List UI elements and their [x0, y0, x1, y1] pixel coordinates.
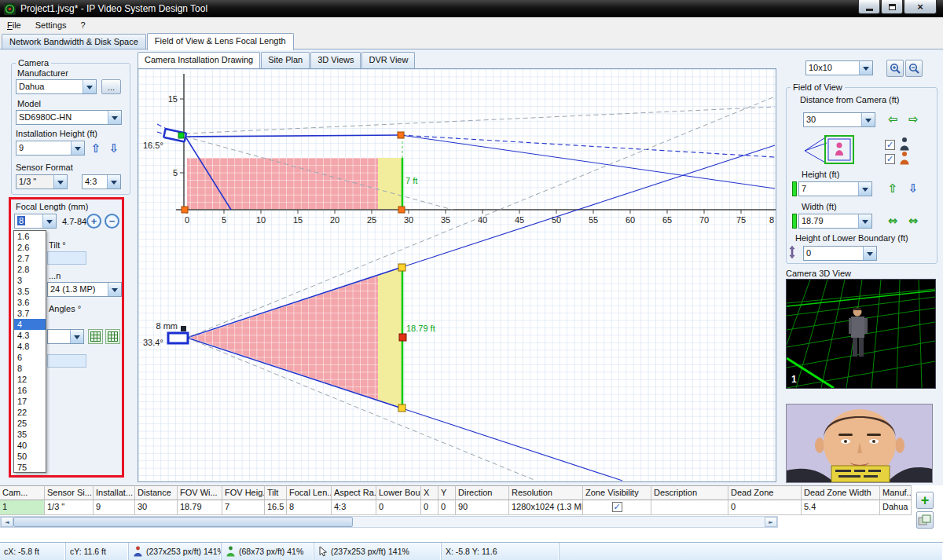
- focal-option-35[interactable]: 35: [14, 429, 46, 440]
- focal-option-4.3[interactable]: 4.3: [14, 330, 46, 341]
- column-header-2[interactable]: Installat...: [94, 485, 135, 500]
- focal-option-3.6[interactable]: 3.6: [14, 297, 46, 308]
- focal-length-combo[interactable]: 8: [14, 214, 57, 229]
- copy-to-grid-icon[interactable]: [88, 329, 103, 344]
- sensor-format-select[interactable]: 1/3 ": [16, 174, 68, 189]
- close-button[interactable]: ×: [904, 0, 937, 14]
- zoom-out-button[interactable]: [905, 60, 923, 77]
- column-header-6[interactable]: Tilt: [265, 485, 287, 500]
- focal-option-25[interactable]: 25: [14, 418, 46, 429]
- plan-center-handle[interactable]: [399, 334, 406, 341]
- chevron-down-icon[interactable]: [858, 214, 871, 228]
- table-h-scrollbar[interactable]: ◄ ►: [0, 516, 778, 528]
- focal-option-12[interactable]: 12: [14, 374, 46, 385]
- minimize-button[interactable]: [858, 0, 880, 14]
- chevron-down-icon[interactable]: [861, 113, 875, 126]
- sub-tab-3[interactable]: DVR View: [361, 52, 415, 68]
- width-widen-arrow-icon[interactable]: ⇔: [905, 213, 921, 229]
- side-fov-handle[interactable]: [398, 132, 404, 138]
- scroll-thumb[interactable]: [13, 517, 353, 527]
- restore-button[interactable]: [881, 0, 903, 14]
- column-header-8[interactable]: Aspect Ra...: [332, 485, 376, 500]
- column-header-13[interactable]: Resolution: [509, 485, 583, 500]
- manufacturer-select[interactable]: Dahua: [16, 79, 97, 94]
- focal-option-1.6[interactable]: 1.6: [14, 231, 46, 242]
- focal-option-16[interactable]: 16: [14, 385, 46, 396]
- plan-top-handle[interactable]: [398, 264, 405, 271]
- chevron-down-icon[interactable]: [107, 175, 120, 188]
- camera-plan-icon[interactable]: [168, 333, 188, 343]
- distance-decrease-arrow-icon[interactable]: ⇦: [885, 112, 901, 127]
- menu-item-?[interactable]: ?: [74, 18, 93, 32]
- add-camera-button[interactable]: +: [916, 492, 934, 509]
- angles-field[interactable]: [47, 354, 86, 368]
- focal-option-3.5[interactable]: 3.5: [14, 286, 46, 297]
- camera-installation-drawing[interactable]: 0510152025303540455055606570758 15105: [138, 68, 776, 482]
- tilt-field[interactable]: [47, 251, 86, 265]
- show-person-1-checkbox[interactable]: ✓: [885, 140, 895, 150]
- chevron-down-icon[interactable]: [53, 175, 67, 188]
- focal-option-22[interactable]: 22: [14, 407, 46, 418]
- column-header-0[interactable]: Cam...: [0, 485, 45, 500]
- focal-option-4[interactable]: 4: [14, 319, 46, 330]
- sub-tab-1[interactable]: Site Plan: [261, 52, 310, 68]
- column-header-3[interactable]: Distance: [135, 485, 178, 500]
- column-header-17[interactable]: Dead Zone Width: [802, 485, 880, 500]
- resolution-select[interactable]: 24 (1.3 MP): [47, 282, 122, 297]
- distance-select[interactable]: 30: [803, 112, 875, 127]
- chevron-down-icon[interactable]: [42, 214, 56, 228]
- chevron-down-icon[interactable]: [858, 182, 871, 196]
- focal-option-8[interactable]: 8: [14, 363, 46, 374]
- column-header-7[interactable]: Focal Len...: [287, 485, 332, 500]
- column-header-18[interactable]: Manuf...: [880, 485, 912, 500]
- aspect-ratio-select[interactable]: 4:3: [82, 174, 121, 189]
- distance-increase-arrow-icon[interactable]: ⇨: [905, 112, 921, 127]
- add-camera-secondary-button[interactable]: [916, 511, 934, 529]
- show-person-2-checkbox[interactable]: ✓: [885, 154, 895, 164]
- fov-height-select[interactable]: 7: [798, 181, 872, 196]
- camera-3d-view[interactable]: 1: [786, 279, 936, 389]
- width-narrow-arrow-icon[interactable]: ⇔: [885, 213, 901, 229]
- title-bar[interactable]: Project1.jvsg* - IP Video System Design …: [0, 0, 943, 17]
- column-header-15[interactable]: Description: [651, 485, 728, 500]
- camera-plan-handle[interactable]: [181, 326, 186, 331]
- height-increase-arrow-icon[interactable]: ⇧: [885, 181, 901, 196]
- column-header-16[interactable]: Dead Zone: [728, 485, 802, 500]
- fov-width-select[interactable]: 18.79: [798, 214, 872, 229]
- main-tab-0[interactable]: Network Bandwidth & Disk Space: [2, 34, 146, 49]
- focal-increase-button[interactable]: +: [86, 214, 101, 229]
- focal-option-75[interactable]: 75: [14, 462, 46, 473]
- column-header-14[interactable]: Zone Visibility: [583, 485, 651, 500]
- focal-option-6[interactable]: 6: [14, 352, 46, 363]
- focal-option-3[interactable]: 3: [14, 275, 46, 286]
- origin-handle[interactable]: [182, 207, 188, 213]
- column-header-9[interactable]: Lower Bou...: [376, 485, 421, 500]
- focal-option-2.6[interactable]: 2.6: [14, 242, 46, 253]
- focal-option-17[interactable]: 17: [14, 396, 46, 407]
- lower-camera-arrow-icon[interactable]: ⇩: [106, 141, 122, 156]
- lower-boundary-select[interactable]: 0: [803, 246, 877, 261]
- column-header-1[interactable]: Sensor Si...: [45, 485, 94, 500]
- focal-decrease-button[interactable]: −: [105, 214, 119, 229]
- main-tab-1[interactable]: Field of View & Lens Focal Length: [147, 33, 294, 50]
- table-row[interactable]: 11/3 "93018.79716.584:3000901280x1024 (1…: [0, 500, 912, 515]
- camera-node-handle[interactable]: [178, 133, 184, 138]
- scroll-left-arrow-icon[interactable]: ◄: [1, 517, 13, 527]
- focal-option-2.8[interactable]: 2.8: [14, 264, 46, 275]
- height-decrease-arrow-icon[interactable]: ⇩: [905, 181, 921, 196]
- installation-height-select[interactable]: 9: [16, 141, 85, 156]
- focal-option-50[interactable]: 50: [14, 451, 46, 462]
- menu-item-file[interactable]: File: [0, 18, 28, 32]
- column-header-5[interactable]: FOV Heig...: [222, 485, 265, 500]
- chevron-down-icon[interactable]: [108, 111, 121, 124]
- focal-option-4.8[interactable]: 4.8: [14, 341, 46, 352]
- grid-size-select[interactable]: 10x10: [805, 60, 873, 75]
- sub-tab-2[interactable]: 3D Views: [310, 52, 361, 68]
- zone-visibility-checkbox[interactable]: ✓: [612, 502, 622, 512]
- column-header-12[interactable]: Direction: [456, 485, 509, 500]
- chevron-down-icon[interactable]: [70, 330, 83, 343]
- focal-option-40[interactable]: 40: [14, 440, 46, 451]
- raise-camera-arrow-icon[interactable]: ⇧: [88, 141, 104, 156]
- chevron-down-icon[interactable]: [83, 80, 96, 93]
- focal-option-2.7[interactable]: 2.7: [14, 253, 46, 264]
